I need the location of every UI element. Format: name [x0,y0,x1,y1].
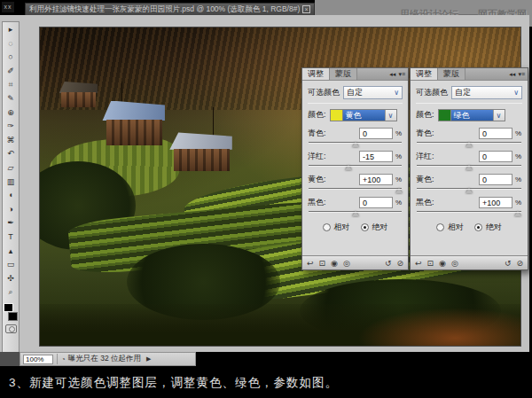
color-swatch [331,110,343,121]
healing-brush-tool-icon[interactable]: ⊕ [4,106,18,121]
percent-unit: % [395,129,403,137]
path-selection-tool-icon[interactable]: ▴ [4,245,18,259]
slider-thumb[interactable] [466,188,473,193]
panel-menu-icon[interactable]: ▾≡ [518,71,525,78]
marquee-tool-icon[interactable]: ◌ [4,37,18,51]
percent-unit: % [515,199,522,207]
relative-radio[interactable] [436,223,444,231]
tab-masks[interactable]: 蒙版 [438,68,466,80]
slider-thumb[interactable] [514,211,521,216]
adjustment-type-label: 可选颜色 [308,87,340,98]
pen-tool-icon[interactable]: ✒ [4,216,18,230]
background-color-swatch[interactable] [8,312,18,321]
reset-icon[interactable]: ↺ [385,259,392,268]
quick-selection-tool-icon[interactable]: ✐ [4,65,18,79]
preset-dropdown[interactable]: 自定 ∨ [451,86,522,99]
return-to-adjustment-list-icon[interactable]: ↩ [415,259,422,268]
hand-tool-icon[interactable]: ✣ [4,272,18,286]
document-title-tab[interactable]: 利用外挂滤镜快速处理一张灰蒙蒙的田园照片.psd @ 100% (选取颜色 1,… [25,3,315,16]
percent-unit: % [395,176,403,183]
cyan-slider[interactable] [417,139,521,148]
relative-radio[interactable] [323,223,331,231]
type-tool-icon[interactable]: T [4,230,18,245]
status-menu-arrow-icon[interactable]: ▶ [146,355,151,363]
collapse-panel-icon[interactable]: ◂◂ [509,71,515,78]
clip-to-layer-icon[interactable]: ⊡ [427,259,434,268]
cyan-input[interactable]: 0 [359,128,393,139]
view-previous-state-icon[interactable]: ◎ [451,259,458,268]
absolute-radio[interactable] [474,223,482,231]
clip-to-layer-icon[interactable]: ⊡ [319,259,326,268]
yellow-input[interactable]: +100 [359,174,393,185]
move-tool-icon[interactable]: ▸ [4,23,18,37]
photo-house-roof [59,82,98,93]
tab-adjustments[interactable]: 调整 [302,68,330,80]
black-slider[interactable] [417,208,521,217]
magenta-slider[interactable] [417,162,521,171]
black-slider[interactable] [309,208,402,217]
zoom-tool-icon[interactable]: ⌕ [4,285,18,300]
return-to-adjustment-list-icon[interactable]: ↩ [307,259,314,268]
black-label: 黑色: [308,197,326,208]
status-bar: 100% ◔ 曝光只在 32 位起作用 ▶ [20,352,196,366]
relative-label: 相对 [448,222,464,233]
shape-tool-icon[interactable]: ▭ [4,258,18,272]
eyedropper-tool-icon[interactable]: ✎ [4,92,18,106]
reset-icon[interactable]: ↺ [505,259,512,268]
color-dropdown[interactable]: 绿色 ∨ [438,109,505,121]
eraser-tool-icon[interactable]: ▱ [4,161,18,176]
toggle-visibility-icon[interactable]: ◉ [439,259,446,268]
foreground-color-swatch[interactable] [4,303,13,312]
preset-dropdown[interactable]: 自定 ∨ [343,86,403,99]
collapse-panel-icon[interactable]: ◂◂ [389,71,395,78]
panel-menu-icon[interactable]: ▾≡ [398,71,405,78]
cyan-slider[interactable] [309,139,402,148]
black-input[interactable]: 0 [359,197,393,208]
color-label: 颜色: [416,109,434,121]
yellow-input[interactable]: 0 [479,174,512,185]
tab-masks[interactable]: 蒙版 [330,68,357,80]
relative-label: 相对 [334,222,350,233]
slider-thumb[interactable] [345,165,352,170]
lasso-tool-icon[interactable]: ○ [4,51,18,65]
slider-thumb[interactable] [352,211,359,216]
blur-tool-icon[interactable]: ◖ [4,189,18,203]
clone-stamp-tool-icon[interactable]: ⌘ [4,134,18,148]
history-brush-tool-icon[interactable]: ↶ [4,147,18,161]
yellow-slider[interactable] [417,185,521,194]
brush-tool-icon[interactable]: ✑ [4,120,18,134]
toggle-visibility-icon[interactable]: ◉ [331,259,338,268]
slider-thumb[interactable] [466,165,473,170]
black-input[interactable]: +100 [479,197,512,208]
color-swatches[interactable] [4,303,18,321]
tab-adjustments[interactable]: 调整 [411,68,438,80]
delete-adjustment-icon[interactable]: ⊘ [396,259,403,268]
zoom-level-field[interactable]: 100% [23,355,53,364]
magenta-input[interactable]: -15 [359,151,393,162]
close-document-icon[interactable]: × [302,5,310,13]
cyan-input[interactable]: 0 [479,128,512,139]
panel-tab-bar: 调整 蒙版 ◂◂ ▾≡ [411,68,528,81]
delete-adjustment-icon[interactable]: ⊘ [516,259,523,268]
cyan-label: 青色: [308,128,326,139]
chevron-down-icon: ∨ [513,89,519,97]
chevron-down-icon[interactable]: ∨ [385,110,396,121]
slider-thumb[interactable] [352,142,359,147]
dodge-tool-icon[interactable]: ◑ [4,203,18,217]
magenta-input[interactable]: 0 [479,151,512,162]
slider-thumb[interactable] [395,188,403,193]
color-dropdown[interactable]: 黄色 ∨ [330,109,397,121]
view-previous-state-icon[interactable]: ◎ [343,259,350,268]
quick-mask-button[interactable] [5,324,17,333]
magenta-slider[interactable] [309,162,402,171]
absolute-radio[interactable] [361,223,369,231]
preset-value: 自定 [455,87,471,98]
adjustment-type-label: 可选颜色 [416,87,448,98]
chevron-down-icon[interactable]: ∨ [493,110,505,121]
yellow-label: 黄色: [416,174,434,185]
black-label: 黑色: [416,197,434,208]
yellow-slider[interactable] [309,185,402,194]
gradient-tool-icon[interactable]: ▥ [4,176,18,190]
slider-thumb[interactable] [466,142,473,147]
crop-tool-icon[interactable]: ⌗ [4,78,18,92]
